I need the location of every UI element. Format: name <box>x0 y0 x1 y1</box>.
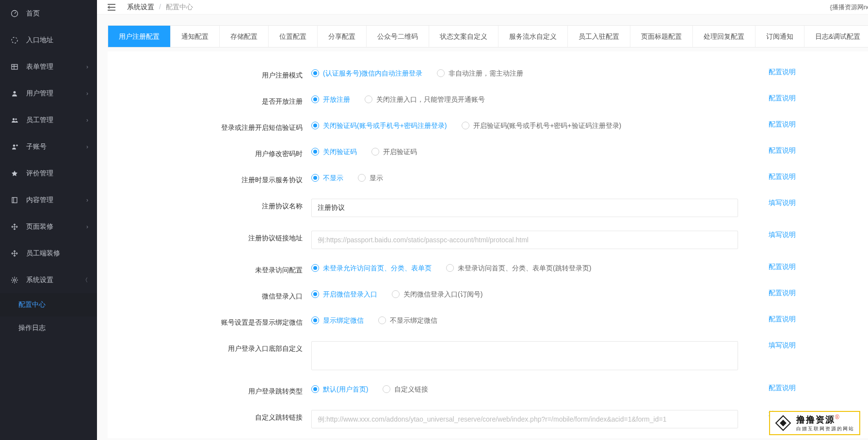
sidebar-subitem-0[interactable]: 配置中心 <box>0 293 97 316</box>
sidebar-item-1[interactable]: 入口地址 <box>0 27 97 53</box>
field-control: 关闭验证码开启验证码 <box>311 146 760 157</box>
radio-dot-icon <box>365 95 372 103</box>
radio-option-1-0[interactable]: 开放注册 <box>311 94 350 105</box>
sidebar-item-5[interactable]: 子账号› <box>0 133 97 160</box>
hint: 配置说明 <box>760 173 868 181</box>
chevron-right-icon: › <box>86 197 88 204</box>
sidebar-item-10[interactable]: 系统设置﹀ <box>0 267 97 293</box>
radio-option-3-0[interactable]: 关闭验证码 <box>311 146 357 157</box>
sidebar-item-label: 表单管理 <box>26 63 53 71</box>
text-input-12[interactable] <box>311 410 738 428</box>
radio-option-0-1[interactable]: 非自动注册，需主动注册 <box>437 68 523 79</box>
field-control <box>311 341 760 370</box>
radio-option-9-1[interactable]: 不显示绑定微信 <box>378 315 437 326</box>
radio-label: 不显示 <box>323 173 343 183</box>
hint-link[interactable]: 配置说明 <box>769 263 796 270</box>
radio-option-8-1[interactable]: 关闭微信登录入口(订阅号) <box>392 289 482 299</box>
tab-12[interactable]: 日志&调试配置 <box>804 26 868 47</box>
sidebar-item-4[interactable]: 员工管理› <box>0 107 97 133</box>
svg-point-6 <box>13 144 16 147</box>
radio-dot-icon <box>311 316 319 324</box>
book-icon <box>10 196 19 204</box>
tab-0[interactable]: 用户注册配置 <box>108 26 171 47</box>
radio-label: (认证服务号)微信内自动注册登录 <box>323 68 422 79</box>
text-input-5[interactable] <box>311 199 738 217</box>
radio-option-1-1[interactable]: 关闭注册入口，只能管理员开通账号 <box>365 94 485 105</box>
hint-link[interactable]: 填写说明 <box>769 231 796 238</box>
hint-link[interactable]: 填写说明 <box>769 341 796 349</box>
radio-label: 开启验证码 <box>383 146 417 157</box>
tab-4[interactable]: 分享配置 <box>318 26 367 47</box>
hint: 填写说明 <box>760 231 868 239</box>
textarea-10[interactable] <box>311 341 738 370</box>
form-row-11: 用户登录跳转类型默认(用户首页)自定义链接配置说明 <box>108 377 868 403</box>
hint: 填写说明 <box>760 341 868 350</box>
subuser-icon <box>10 143 19 151</box>
tab-1[interactable]: 通知配置 <box>171 26 220 47</box>
tab-2[interactable]: 存储配置 <box>220 26 269 47</box>
hint-link[interactable]: 配置说明 <box>769 173 796 180</box>
field-control <box>311 199 760 217</box>
menu-toggle-icon[interactable] <box>108 4 115 11</box>
field-label: 微信登录入口 <box>108 289 311 301</box>
hint-link[interactable]: 填写说明 <box>769 199 796 206</box>
sidebar-item-3[interactable]: 用户管理› <box>0 80 97 107</box>
sidebar-subitem-1[interactable]: 操作日志 <box>0 316 97 340</box>
radio-label: 非自动注册，需主动注册 <box>449 68 523 79</box>
radio-option-11-1[interactable]: 自定义链接 <box>383 384 428 394</box>
watermark-reg: ® <box>835 414 839 421</box>
sidebar-item-0[interactable]: 首页 <box>0 0 97 27</box>
hint-link[interactable]: 配置说明 <box>769 315 796 323</box>
svg-point-3 <box>14 91 16 94</box>
hint-link[interactable]: 配置说明 <box>769 94 796 102</box>
tab-3[interactable]: 位置配置 <box>269 26 318 47</box>
tab-9[interactable]: 页面标题配置 <box>630 26 693 47</box>
text-input-6[interactable] <box>311 231 738 249</box>
form-row-10: 用户登录入口底部自定义填写说明 <box>108 334 868 377</box>
radio-option-7-1[interactable]: 未登录访问首页、分类、表单页(跳转登录页) <box>446 263 591 273</box>
tab-8[interactable]: 员工入驻配置 <box>568 26 630 47</box>
hint-link[interactable]: 配置说明 <box>769 289 796 297</box>
hint-link[interactable]: 配置说明 <box>769 384 796 392</box>
radio-label: 不显示绑定微信 <box>390 315 437 326</box>
radio-option-2-0[interactable]: 关闭验证码(账号或手机号+密码注册登录) <box>311 120 447 131</box>
field-label: 注册协议名称 <box>108 199 311 211</box>
field-label: 是否开放注册 <box>108 94 311 107</box>
sidebar-item-label: 页面装修 <box>26 222 53 231</box>
main: 系统设置 / 配置中心 {播播资源网ne 用户注册配置通知配置存储配置位置配置分… <box>97 0 868 440</box>
watermark-brand: 撸撸资源 <box>796 415 835 424</box>
tab-5[interactable]: 公众号二维码 <box>367 26 429 47</box>
radio-label: 关闭注册入口，只能管理员开通账号 <box>376 94 485 105</box>
hint-link[interactable]: 配置说明 <box>769 68 796 76</box>
sidebar-item-9[interactable]: 员工端装修 <box>0 240 97 267</box>
radio-option-4-1[interactable]: 显示 <box>358 173 383 183</box>
sidebar-item-6[interactable]: 评价管理 <box>0 160 97 187</box>
field-label: 注册协议链接地址 <box>108 231 311 243</box>
radio-dot-icon <box>446 264 454 272</box>
radio-option-4-0[interactable]: 不显示 <box>311 173 343 183</box>
radio-option-3-1[interactable]: 开启验证码 <box>371 146 417 157</box>
radio-option-0-0[interactable]: (认证服务号)微信内自动注册登录 <box>311 68 422 79</box>
radio-option-9-0[interactable]: 显示绑定微信 <box>311 315 364 326</box>
breadcrumb-parent[interactable]: 系统设置 <box>127 3 154 11</box>
tab-10[interactable]: 处理回复配置 <box>693 26 755 47</box>
radio-label: 开启微信登录入口 <box>323 289 377 299</box>
field-control <box>311 231 760 249</box>
field-label: 用户登录入口底部自定义 <box>108 341 311 354</box>
radio-option-2-1[interactable]: 开启验证码(账号或手机号+密码+验证码注册登录) <box>462 120 622 131</box>
form-row-8: 微信登录入口开启微信登录入口关闭微信登录入口(订阅号)配置说明 <box>108 282 868 308</box>
sidebar-item-7[interactable]: 内容管理› <box>0 187 97 213</box>
radio-option-7-0[interactable]: 未登录允许访问首页、分类、表单页 <box>311 263 432 273</box>
sidebar-item-8[interactable]: 页面装修› <box>0 213 97 240</box>
form-row-3: 用户修改密码时关闭验证码开启验证码配置说明 <box>108 140 868 166</box>
hint: 配置说明 <box>760 68 868 77</box>
sidebar-item-2[interactable]: 表单管理› <box>0 53 97 80</box>
radio-option-11-0[interactable]: 默认(用户首页) <box>311 384 368 394</box>
tab-6[interactable]: 状态文案自定义 <box>429 26 498 47</box>
hint: 配置说明 <box>760 146 868 155</box>
hint-link[interactable]: 配置说明 <box>769 146 796 154</box>
tab-7[interactable]: 服务流水自定义 <box>498 26 568 47</box>
radio-option-8-0[interactable]: 开启微信登录入口 <box>311 289 377 299</box>
tab-11[interactable]: 订阅通知 <box>755 26 804 47</box>
hint-link[interactable]: 配置说明 <box>769 120 796 128</box>
